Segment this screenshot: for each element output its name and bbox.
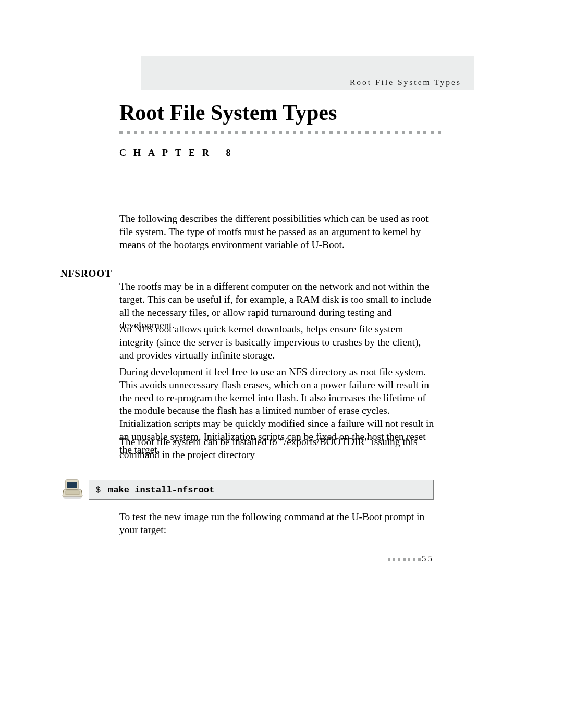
footer-dotted-rule (388, 558, 421, 561)
command-text: make install-nfsroot (108, 485, 214, 495)
title-dotted-rule (119, 131, 441, 134)
intro-paragraph: The following describes the different po… (119, 213, 435, 251)
page-title: Root File System Types (119, 100, 337, 125)
command-box: $ make install-nfsroot (89, 480, 434, 500)
nfsroot-paragraph-4: The root file system can be installed to… (119, 436, 435, 462)
svg-point-4 (63, 496, 82, 499)
page-number: 55 (422, 553, 434, 564)
nfsroot-paragraph-2: An NFS root allows quick kernel download… (119, 323, 435, 362)
command-prompt: $ (95, 485, 101, 495)
svg-rect-1 (67, 482, 77, 488)
document-page: Root File System Types Root File System … (0, 0, 563, 728)
section-heading-nfsroot: NFSROOT (60, 268, 112, 279)
computer-icon (62, 478, 83, 500)
running-head: Root File System Types (350, 78, 461, 87)
header-banner: Root File System Types (141, 56, 474, 90)
nfsroot-after-command: To test the new image run the following … (119, 511, 435, 537)
svg-rect-3 (66, 491, 79, 495)
chapter-label: CHAPTER 8 (119, 147, 238, 158)
